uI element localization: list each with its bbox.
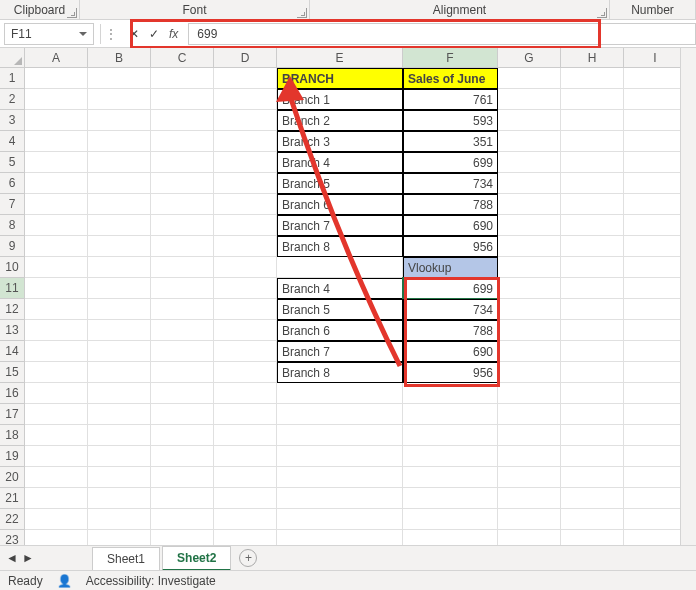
cell[interactable] <box>88 173 151 194</box>
col-header[interactable]: A <box>25 48 88 67</box>
cell[interactable] <box>214 299 277 320</box>
cell[interactable] <box>25 173 88 194</box>
cell[interactable] <box>561 404 624 425</box>
cell[interactable] <box>561 467 624 488</box>
row-header[interactable]: 9 <box>0 236 25 257</box>
col-header[interactable]: D <box>214 48 277 67</box>
cell[interactable] <box>214 215 277 236</box>
cell[interactable] <box>25 257 88 278</box>
vertical-scrollbar[interactable] <box>680 48 696 545</box>
cell[interactable] <box>151 320 214 341</box>
cell[interactable] <box>277 404 403 425</box>
cell[interactable] <box>561 89 624 110</box>
cell[interactable] <box>498 152 561 173</box>
cell[interactable] <box>561 257 624 278</box>
cell[interactable] <box>214 446 277 467</box>
cell[interactable] <box>277 467 403 488</box>
cell[interactable] <box>151 194 214 215</box>
cell[interactable] <box>498 131 561 152</box>
row-header[interactable]: 10 <box>0 257 25 278</box>
cell[interactable] <box>151 89 214 110</box>
cell[interactable] <box>214 404 277 425</box>
cell[interactable] <box>403 404 498 425</box>
cell[interactable] <box>403 383 498 404</box>
cell[interactable] <box>151 236 214 257</box>
cell[interactable] <box>88 89 151 110</box>
cell[interactable]: Branch 3 <box>277 131 403 152</box>
cell[interactable]: Vlookup <box>403 257 498 278</box>
cell[interactable] <box>214 89 277 110</box>
row-header[interactable]: 23 <box>0 530 25 545</box>
cell[interactable] <box>88 320 151 341</box>
cell[interactable] <box>151 404 214 425</box>
cell[interactable] <box>498 257 561 278</box>
cell[interactable] <box>624 68 687 89</box>
cell[interactable] <box>151 110 214 131</box>
cell[interactable] <box>624 467 687 488</box>
fx-icon[interactable]: fx <box>169 27 178 41</box>
cell[interactable]: 956 <box>403 236 498 257</box>
cell[interactable] <box>561 131 624 152</box>
cell[interactable] <box>498 110 561 131</box>
cell[interactable] <box>214 257 277 278</box>
cell[interactable] <box>498 299 561 320</box>
cell[interactable] <box>277 383 403 404</box>
cell[interactable] <box>214 278 277 299</box>
cancel-icon[interactable]: ✕ <box>129 27 139 41</box>
cell[interactable]: BRANCH <box>277 68 403 89</box>
cell[interactable] <box>214 383 277 404</box>
cell[interactable] <box>624 509 687 530</box>
cell[interactable] <box>498 383 561 404</box>
row-header[interactable]: 1 <box>0 68 25 89</box>
cell[interactable]: Branch 6 <box>277 194 403 215</box>
row-header[interactable]: 14 <box>0 341 25 362</box>
cell[interactable]: 699 <box>403 152 498 173</box>
cell[interactable] <box>88 404 151 425</box>
cell[interactable] <box>403 530 498 545</box>
cell[interactable] <box>277 488 403 509</box>
cell[interactable] <box>25 509 88 530</box>
cell[interactable] <box>25 278 88 299</box>
dialog-launcher-icon[interactable] <box>67 8 77 18</box>
cell[interactable] <box>214 509 277 530</box>
cell[interactable] <box>561 383 624 404</box>
cell[interactable] <box>277 446 403 467</box>
cell[interactable] <box>624 383 687 404</box>
row-header[interactable]: 6 <box>0 173 25 194</box>
row-header[interactable]: 7 <box>0 194 25 215</box>
cell[interactable] <box>151 299 214 320</box>
row-header[interactable]: 15 <box>0 362 25 383</box>
cell[interactable] <box>624 341 687 362</box>
cell[interactable] <box>624 278 687 299</box>
row-header[interactable]: 17 <box>0 404 25 425</box>
cell[interactable]: Branch 6 <box>277 320 403 341</box>
cell[interactable]: Branch 5 <box>277 299 403 320</box>
cell[interactable] <box>214 467 277 488</box>
cell[interactable] <box>151 215 214 236</box>
cell[interactable] <box>561 446 624 467</box>
col-header[interactable]: E <box>277 48 403 67</box>
cell[interactable] <box>25 152 88 173</box>
row-header[interactable]: 21 <box>0 488 25 509</box>
cell[interactable] <box>561 194 624 215</box>
cell[interactable]: 734 <box>403 173 498 194</box>
cell[interactable] <box>88 530 151 545</box>
cell[interactable] <box>88 467 151 488</box>
cell[interactable] <box>214 173 277 194</box>
cell[interactable] <box>403 446 498 467</box>
row-header[interactable]: 11 <box>0 278 25 299</box>
cell[interactable] <box>151 425 214 446</box>
cell[interactable]: Branch 8 <box>277 236 403 257</box>
cell[interactable] <box>561 320 624 341</box>
cell[interactable] <box>561 341 624 362</box>
cell[interactable] <box>214 152 277 173</box>
cell[interactable] <box>151 446 214 467</box>
cell[interactable] <box>403 509 498 530</box>
cell[interactable] <box>214 194 277 215</box>
cell[interactable] <box>561 299 624 320</box>
cell[interactable] <box>498 446 561 467</box>
cell[interactable] <box>151 383 214 404</box>
cell[interactable]: Branch 1 <box>277 89 403 110</box>
cell[interactable] <box>88 131 151 152</box>
cell[interactable] <box>151 530 214 545</box>
